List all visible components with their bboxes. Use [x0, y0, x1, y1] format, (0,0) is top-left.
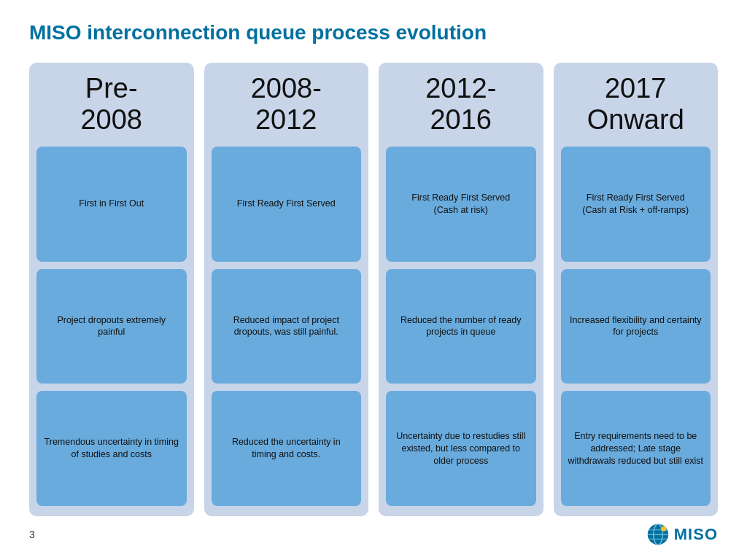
card-frfs-2012-text: First Ready First Served(Cash at risk): [411, 192, 510, 217]
card-reduced-queue: Reduced the number of ready projects in …: [386, 269, 536, 384]
card-uncertainty: Tremendous uncertainty in timing of stud…: [36, 391, 187, 506]
logo-container: MISO: [646, 523, 718, 546]
columns-container: Pre-2008 First in First Out Project drop…: [29, 63, 718, 516]
card-dropouts: Project dropouts extremely painful: [36, 269, 187, 384]
card-reduced-uncertainty: Reduced the uncertainty in timing and co…: [212, 391, 362, 506]
column-pre2008: Pre-2008 First in First Out Project drop…: [29, 63, 194, 516]
col-header-2012-2016: 2012-2016: [386, 73, 536, 136]
card-restudies: Uncertainty due to restudies still exist…: [386, 391, 536, 506]
miso-globe-icon: [646, 523, 670, 546]
card-flexibility: Increased flexibility and certainty for …: [561, 269, 711, 384]
col-header-2017: 2017Onward: [561, 73, 711, 136]
page-number: 3: [29, 529, 35, 540]
slide-title: MISO interconnection queue process evolu…: [29, 20, 718, 45]
footer: 3 MISO: [29, 516, 718, 545]
slide: MISO interconnection queue process evolu…: [0, 0, 747, 560]
card-reduced-impact: Reduced impact of project dropouts, was …: [212, 269, 362, 384]
col-header-2008-2012: 2008-2012: [212, 73, 362, 136]
card-frfs-2017: First Ready First Served(Cash at Risk + …: [561, 147, 711, 262]
logo-text: MISO: [674, 525, 718, 544]
column-2017: 2017Onward First Ready First Served(Cash…: [554, 63, 719, 516]
column-2008-2012: 2008-2012 First Ready First Served Reduc…: [204, 63, 369, 516]
col-header-pre2008: Pre-2008: [36, 73, 187, 136]
card-frfs-2012: First Ready First Served(Cash at risk): [386, 147, 536, 262]
svg-line-12: [665, 526, 666, 527]
column-2012-2016: 2012-2016 First Ready First Served(Cash …: [379, 63, 543, 516]
card-entry-req: Entry requirements need to be addressed;…: [561, 391, 711, 506]
card-frfs-2008: First Ready First Served: [212, 147, 362, 262]
card-fifo: First in First Out: [36, 147, 187, 262]
card-frfs-2017-text: First Ready First Served(Cash at Risk + …: [582, 192, 689, 217]
